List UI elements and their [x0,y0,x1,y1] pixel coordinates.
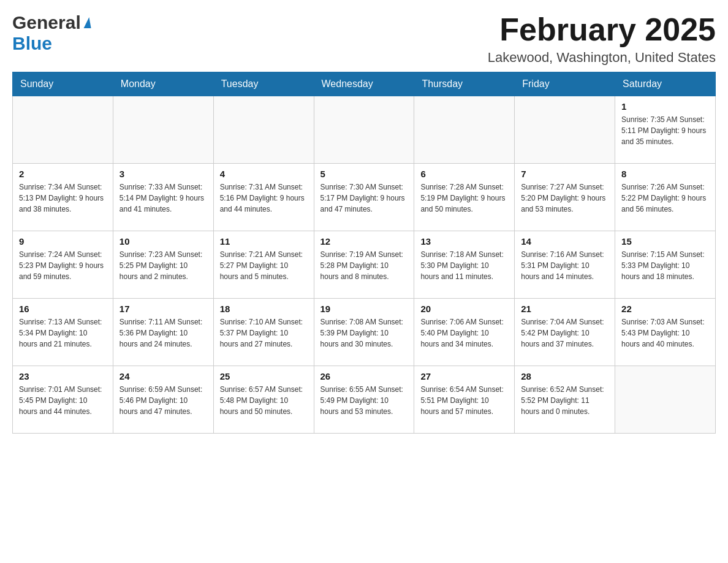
day-info: Sunrise: 6:57 AM Sunset: 5:48 PM Dayligh… [220,384,308,417]
calendar-day-cell: 13Sunrise: 7:18 AM Sunset: 5:30 PM Dayli… [414,231,515,299]
calendar-week-row: 16Sunrise: 7:13 AM Sunset: 5:34 PM Dayli… [13,299,716,366]
calendar-day-cell: 4Sunrise: 7:31 AM Sunset: 5:16 PM Daylig… [213,164,314,231]
calendar-day-cell [113,96,213,164]
calendar-table: SundayMondayTuesdayWednesdayThursdayFrid… [12,72,716,434]
calendar-week-row: 1Sunrise: 7:35 AM Sunset: 5:11 PM Daylig… [13,96,716,164]
day-number: 27 [420,371,508,381]
calendar-day-cell [615,366,716,434]
day-info: Sunrise: 7:16 AM Sunset: 5:31 PM Dayligh… [521,249,609,282]
calendar-day-cell: 24Sunrise: 6:59 AM Sunset: 5:46 PM Dayli… [113,366,213,434]
calendar-day-cell: 27Sunrise: 6:54 AM Sunset: 5:51 PM Dayli… [414,366,515,434]
day-info: Sunrise: 7:03 AM Sunset: 5:43 PM Dayligh… [621,316,709,350]
calendar-day-cell: 26Sunrise: 6:55 AM Sunset: 5:49 PM Dayli… [314,366,414,434]
day-info: Sunrise: 7:21 AM Sunset: 5:27 PM Dayligh… [220,249,308,282]
calendar-day-cell: 28Sunrise: 6:52 AM Sunset: 5:52 PM Dayli… [515,366,615,434]
logo-blue-text: Blue [12,33,52,53]
day-info: Sunrise: 6:59 AM Sunset: 5:46 PM Dayligh… [119,384,207,417]
calendar-day-cell [213,96,314,164]
calendar-day-cell: 25Sunrise: 6:57 AM Sunset: 5:48 PM Dayli… [213,366,314,434]
page-header: General Blue February 2025 Lakewood, Was… [12,12,716,66]
calendar-day-cell: 11Sunrise: 7:21 AM Sunset: 5:27 PM Dayli… [213,231,314,299]
day-number: 15 [621,236,709,247]
calendar-day-cell: 6Sunrise: 7:28 AM Sunset: 5:19 PM Daylig… [414,164,515,231]
day-info: Sunrise: 7:19 AM Sunset: 5:28 PM Dayligh… [320,249,408,282]
calendar-day-cell: 16Sunrise: 7:13 AM Sunset: 5:34 PM Dayli… [13,299,113,366]
day-number: 4 [220,169,308,179]
calendar-day-header: Monday [113,72,213,96]
day-info: Sunrise: 7:34 AM Sunset: 5:13 PM Dayligh… [19,182,107,215]
calendar-day-cell: 8Sunrise: 7:26 AM Sunset: 5:22 PM Daylig… [615,164,716,231]
logo-general-text: General [12,12,81,33]
calendar-header-row: SundayMondayTuesdayWednesdayThursdayFrid… [13,72,716,96]
month-title: February 2025 [488,12,716,47]
day-info: Sunrise: 7:10 AM Sunset: 5:37 PM Dayligh… [220,316,308,350]
calendar-day-cell: 12Sunrise: 7:19 AM Sunset: 5:28 PM Dayli… [314,231,414,299]
day-number: 5 [320,169,408,179]
day-number: 26 [320,371,408,381]
day-info: Sunrise: 7:35 AM Sunset: 5:11 PM Dayligh… [621,114,709,147]
day-info: Sunrise: 7:18 AM Sunset: 5:30 PM Dayligh… [420,249,508,282]
day-number: 2 [19,169,107,179]
calendar-day-cell: 9Sunrise: 7:24 AM Sunset: 5:23 PM Daylig… [13,231,113,299]
calendar-day-cell: 5Sunrise: 7:30 AM Sunset: 5:17 PM Daylig… [314,164,414,231]
day-info: Sunrise: 6:54 AM Sunset: 5:51 PM Dayligh… [420,384,508,417]
day-number: 6 [420,169,508,179]
calendar-day-cell [13,96,113,164]
day-info: Sunrise: 7:33 AM Sunset: 5:14 PM Dayligh… [119,182,207,215]
calendar-day-cell: 23Sunrise: 7:01 AM Sunset: 5:45 PM Dayli… [13,366,113,434]
day-number: 12 [320,236,408,247]
day-number: 18 [220,304,308,314]
day-number: 7 [521,169,609,179]
calendar-day-cell: 17Sunrise: 7:11 AM Sunset: 5:36 PM Dayli… [113,299,213,366]
calendar-day-cell: 1Sunrise: 7:35 AM Sunset: 5:11 PM Daylig… [615,96,716,164]
calendar-day-header: Tuesday [213,72,314,96]
day-number: 11 [220,236,308,247]
day-info: Sunrise: 7:24 AM Sunset: 5:23 PM Dayligh… [19,249,107,282]
day-number: 1 [621,101,709,112]
day-number: 16 [19,304,107,314]
calendar-day-cell [414,96,515,164]
logo-triangle-icon [82,17,91,28]
day-info: Sunrise: 6:55 AM Sunset: 5:49 PM Dayligh… [320,384,408,417]
calendar-day-cell: 20Sunrise: 7:06 AM Sunset: 5:40 PM Dayli… [414,299,515,366]
day-number: 24 [119,371,207,381]
calendar-day-header: Friday [515,72,615,96]
title-section: February 2025 Lakewood, Washington, Unit… [488,12,716,66]
calendar-day-header: Sunday [13,72,113,96]
day-info: Sunrise: 7:13 AM Sunset: 5:34 PM Dayligh… [19,316,107,350]
calendar-day-cell: 3Sunrise: 7:33 AM Sunset: 5:14 PM Daylig… [113,164,213,231]
day-info: Sunrise: 7:27 AM Sunset: 5:20 PM Dayligh… [521,182,609,215]
day-number: 13 [420,236,508,247]
calendar-day-cell: 15Sunrise: 7:15 AM Sunset: 5:33 PM Dayli… [615,231,716,299]
calendar-day-header: Wednesday [314,72,414,96]
day-number: 25 [220,371,308,381]
day-number: 9 [19,236,107,247]
calendar-day-cell: 22Sunrise: 7:03 AM Sunset: 5:43 PM Dayli… [615,299,716,366]
day-info: Sunrise: 7:11 AM Sunset: 5:36 PM Dayligh… [119,316,207,350]
day-number: 19 [320,304,408,314]
day-info: Sunrise: 7:08 AM Sunset: 5:39 PM Dayligh… [320,316,408,350]
calendar-day-header: Saturday [615,72,716,96]
day-number: 3 [119,169,207,179]
day-info: Sunrise: 7:01 AM Sunset: 5:45 PM Dayligh… [19,384,107,417]
calendar-week-row: 23Sunrise: 7:01 AM Sunset: 5:45 PM Dayli… [13,366,716,434]
day-info: Sunrise: 6:52 AM Sunset: 5:52 PM Dayligh… [521,384,609,417]
calendar-day-cell: 2Sunrise: 7:34 AM Sunset: 5:13 PM Daylig… [13,164,113,231]
calendar-day-cell: 18Sunrise: 7:10 AM Sunset: 5:37 PM Dayli… [213,299,314,366]
location-subtitle: Lakewood, Washington, United States [488,50,716,66]
day-info: Sunrise: 7:15 AM Sunset: 5:33 PM Dayligh… [621,249,709,282]
day-number: 14 [521,236,609,247]
day-info: Sunrise: 7:28 AM Sunset: 5:19 PM Dayligh… [420,182,508,215]
day-number: 23 [19,371,107,381]
calendar-day-cell: 21Sunrise: 7:04 AM Sunset: 5:42 PM Dayli… [515,299,615,366]
calendar-day-cell [515,96,615,164]
day-info: Sunrise: 7:04 AM Sunset: 5:42 PM Dayligh… [521,316,609,350]
day-info: Sunrise: 7:23 AM Sunset: 5:25 PM Dayligh… [119,249,207,282]
calendar-day-cell: 19Sunrise: 7:08 AM Sunset: 5:39 PM Dayli… [314,299,414,366]
day-info: Sunrise: 7:31 AM Sunset: 5:16 PM Dayligh… [220,182,308,215]
day-number: 28 [521,371,609,381]
logo: General Blue [12,12,90,54]
calendar-day-cell: 14Sunrise: 7:16 AM Sunset: 5:31 PM Dayli… [515,231,615,299]
calendar-day-cell: 10Sunrise: 7:23 AM Sunset: 5:25 PM Dayli… [113,231,213,299]
day-number: 10 [119,236,207,247]
